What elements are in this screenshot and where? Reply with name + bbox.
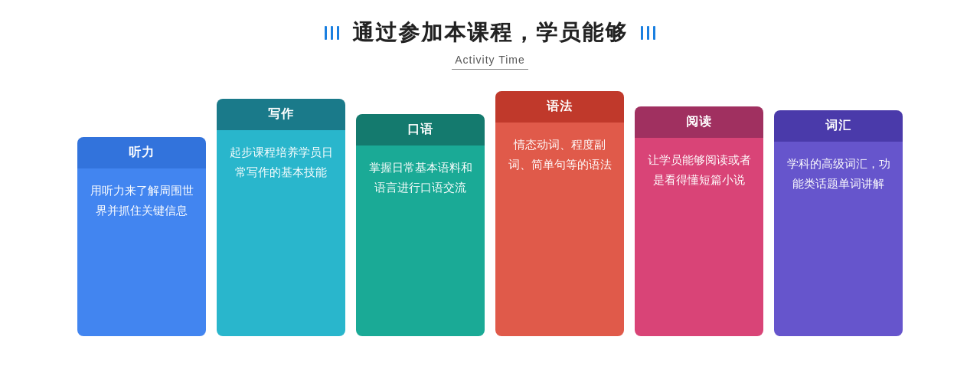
card-tingli-header: 听力 (77, 137, 206, 168)
activity-time-label: Activity Time (452, 54, 528, 70)
right-decorator (640, 26, 656, 40)
main-title-row: 通过参加本课程，学员能够 (324, 18, 656, 47)
card-kouyu-body: 掌握日常基本语料和语言进行口语交流 (356, 145, 485, 336)
card-xiezuo-header: 写作 (217, 99, 345, 130)
cards-row: 听力 用听力来了解周围世界并抓住关键信息 写作 起步课程培养学员日常写作的基本技… (31, 91, 949, 336)
card-tingli-body: 用听力来了解周围世界并抓住关键信息 (77, 168, 206, 336)
card-yuedu-body: 让学员能够阅读或者是看得懂短篇小说 (635, 138, 763, 336)
activity-time-wrapper: Activity Time (452, 54, 528, 70)
card-kouyu-header: 口语 (356, 114, 485, 145)
card-xiezuo-body: 起步课程培养学员日常写作的基本技能 (217, 130, 345, 336)
card-cihui-header: 词汇 (774, 110, 903, 142)
card-xiezuo: 写作 起步课程培养学员日常写作的基本技能 (217, 99, 345, 336)
card-tingli: 听力 用听力来了解周围世界并抓住关键信息 (77, 137, 206, 336)
card-yufa-header: 语法 (495, 91, 624, 123)
card-cihui-body: 学科的高级词汇，功能类话题单词讲解 (774, 142, 903, 336)
card-yufa-body: 情态动词、程度副词、简单句等的语法 (495, 123, 624, 336)
card-cihui: 词汇 学科的高级词汇，功能类话题单词讲解 (774, 110, 903, 336)
left-decorator (324, 26, 340, 40)
card-yuedu: 阅读 让学员能够阅读或者是看得懂短篇小说 (635, 106, 763, 336)
card-kouyu: 口语 掌握日常基本语料和语言进行口语交流 (356, 114, 485, 336)
main-title: 通过参加本课程，学员能够 (352, 18, 628, 47)
card-yufa: 语法 情态动词、程度副词、简单句等的语法 (495, 91, 624, 336)
page-container: 通过参加本课程，学员能够 Activity Time 听力 用听力来了解周围世界… (0, 0, 980, 389)
card-yuedu-header: 阅读 (635, 106, 763, 138)
